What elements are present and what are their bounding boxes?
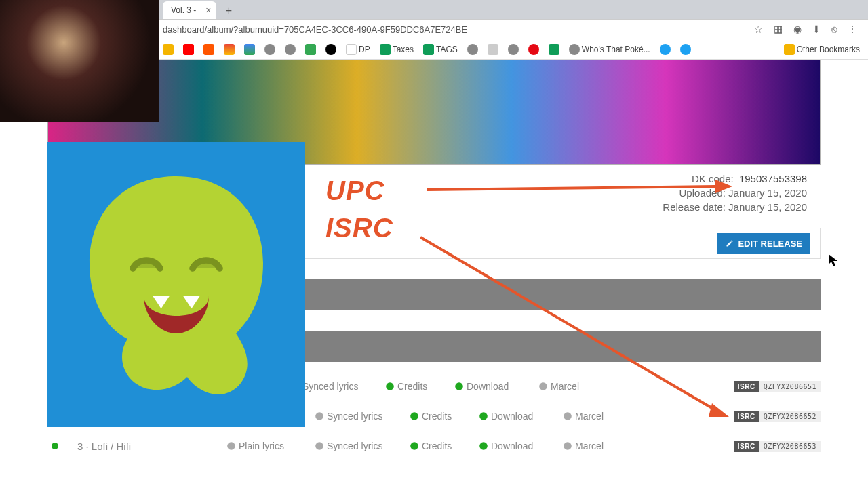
user-icon: [563, 411, 572, 421]
dk-code-label: DK code:: [692, 173, 734, 184]
check-icon: [479, 411, 488, 421]
svg-point-12: [479, 442, 488, 450]
mouse-cursor-icon: [829, 254, 840, 268]
bookmark-item[interactable]: DP: [346, 44, 370, 55]
uploaded-date: January 15, 2020: [728, 187, 807, 199]
bookmark-item[interactable]: TAGS: [423, 44, 458, 55]
isrc-badge: ISRC QZFYX2086652: [734, 411, 821, 422]
isrc-label: ISRC: [734, 411, 760, 422]
credits-link[interactable]: Credits: [385, 381, 441, 392]
chrome-action-icons: ☆ ▦ ◉ ⬇ ⎋ ⋮: [754, 24, 861, 35]
edit-release-button[interactable]: EDIT RELEASE: [717, 233, 810, 254]
svg-point-8: [564, 412, 572, 420]
download-link[interactable]: Download: [479, 441, 549, 451]
bookmark-item[interactable]: [224, 44, 235, 55]
isrc-value: QZFYX2086651: [760, 381, 821, 392]
bookmark-item[interactable]: [163, 44, 174, 55]
bookmark-item[interactable]: [203, 44, 214, 55]
question-icon: [315, 411, 324, 421]
track-row: 3 · Lofi / Hifi Plain lyrics Synced lyri…: [47, 431, 821, 461]
svg-point-10: [315, 442, 323, 450]
bookmark-item[interactable]: [660, 44, 671, 55]
download-link[interactable]: Download: [454, 381, 525, 392]
credits-link[interactable]: Credits: [410, 411, 465, 422]
question-icon: [226, 441, 236, 451]
other-bookmarks[interactable]: Other Bookmarks: [784, 44, 860, 55]
check-icon: [410, 441, 419, 451]
svg-point-2: [455, 382, 463, 390]
bookmark-item[interactable]: [508, 44, 519, 55]
artist-link[interactable]: Marcel: [538, 381, 599, 392]
isrc-value: QZFYX2086652: [760, 411, 821, 422]
check-icon: [454, 382, 464, 391]
extension-icon-3[interactable]: ⎋: [831, 24, 837, 35]
extension-icon-2[interactable]: ◉: [793, 24, 802, 35]
svg-point-3: [539, 382, 547, 390]
plain-lyrics-link[interactable]: Plain lyrics: [226, 441, 301, 451]
edit-release-label: EDIT RELEASE: [738, 239, 802, 249]
svg-point-13: [564, 442, 572, 450]
bookmark-item[interactable]: [680, 44, 691, 55]
close-icon[interactable]: ×: [205, 5, 211, 16]
bookmark-item[interactable]: [528, 44, 539, 55]
upc-value: 195037553398: [739, 173, 807, 184]
status-dot-icon: [52, 443, 58, 449]
bookmark-item[interactable]: [326, 44, 336, 55]
extension-icon[interactable]: ▦: [774, 24, 783, 35]
svg-point-9: [227, 442, 235, 450]
isrc-badge: ISRC QZFYX2086653: [734, 441, 821, 452]
bookmark-item[interactable]: [549, 44, 559, 55]
isrc-label: ISRC: [734, 381, 760, 392]
bookmark-item[interactable]: [183, 44, 194, 55]
user-icon: [563, 441, 572, 451]
isrc-badge: ISRC QZFYX2086651: [734, 381, 821, 392]
bookmark-item[interactable]: Taxes: [380, 44, 414, 55]
svg-point-1: [386, 382, 394, 390]
svg-point-6: [410, 412, 418, 420]
bookmark-item[interactable]: [467, 44, 478, 55]
svg-point-11: [410, 442, 418, 450]
edit-icon: [726, 239, 734, 247]
question-icon: [315, 441, 324, 451]
menu-icon[interactable]: ⋮: [848, 24, 857, 35]
check-icon: [479, 441, 488, 451]
isrc-value: QZFYX2086653: [760, 441, 821, 452]
check-icon: [410, 411, 419, 421]
bookmark-item[interactable]: [264, 44, 275, 55]
bookmark-item[interactable]: [488, 44, 498, 55]
uploaded-label: Uploaded:: [679, 187, 726, 199]
bookmark-item[interactable]: [244, 44, 255, 55]
bookmark-item[interactable]: Who's That Poké...: [569, 44, 650, 55]
tab-title: Vol. 3 -: [171, 5, 196, 15]
new-tab-button[interactable]: +: [220, 3, 237, 19]
release-date-label: Release date:: [663, 201, 726, 213]
bookmark-item[interactable]: [285, 44, 296, 55]
check-icon: [385, 382, 395, 391]
webcam-overlay: [0, 0, 159, 122]
credits-link[interactable]: Credits: [410, 441, 465, 451]
browser-tab[interactable]: Vol. 3 - ×: [163, 1, 216, 19]
star-icon[interactable]: ☆: [754, 24, 763, 35]
svg-point-5: [315, 412, 323, 420]
ghost-icon: [68, 163, 285, 407]
bookmark-item[interactable]: [305, 44, 316, 55]
download-icon[interactable]: ⬇: [812, 24, 821, 35]
artist-link[interactable]: Marcel: [563, 441, 624, 451]
download-link[interactable]: Download: [479, 411, 549, 422]
url-field[interactable]: dashboard/album/?albumuuid=705CA4EC-3CC6…: [163, 24, 754, 35]
svg-point-7: [479, 412, 488, 420]
release-date: January 15, 2020: [728, 201, 807, 213]
user-icon: [538, 382, 548, 391]
synced-lyrics-link[interactable]: Synced lyrics: [315, 411, 396, 422]
artist-link[interactable]: Marcel: [563, 411, 624, 422]
track-title: 3 · Lofi / Hifi: [77, 441, 213, 452]
synced-lyrics-link[interactable]: Synced lyrics: [315, 441, 396, 451]
album-art: [47, 142, 305, 427]
isrc-label: ISRC: [734, 441, 760, 452]
